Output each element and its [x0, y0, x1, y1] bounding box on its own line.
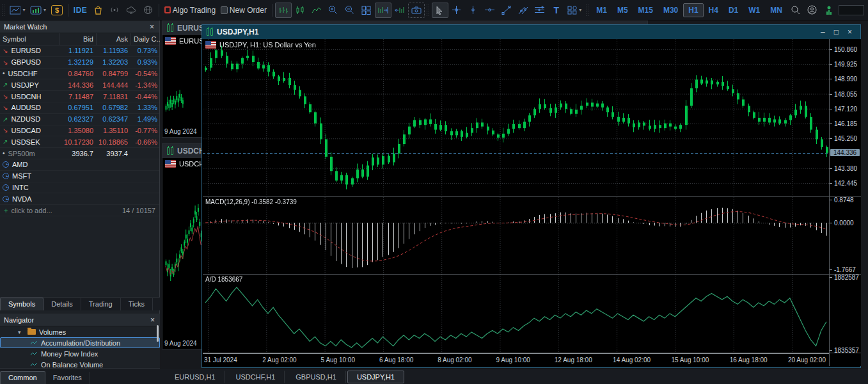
timeframe-m30[interactable]: M30 [658, 3, 683, 17]
macd-pane[interactable] [203, 197, 829, 274]
channel-tool-button[interactable] [515, 3, 532, 18]
market-watch-row-nzdusd[interactable]: ↗NZDUSD0.623270.623471.49% [0, 114, 159, 125]
crosshair-tool-button[interactable] [448, 3, 465, 18]
ad-pane[interactable] [203, 275, 829, 353]
market-watch-columns[interactable]: Symbol Bid Ask Daily C... [0, 33, 159, 45]
market-watch-row-intc[interactable]: INTC [0, 182, 159, 194]
timeframe-h4[interactable]: H4 [704, 3, 723, 17]
auto-scroll-button[interactable] [391, 3, 408, 18]
timeframe-d1[interactable]: D1 [723, 3, 743, 17]
timeframe-m1[interactable]: M1 [591, 3, 612, 17]
column-bid[interactable]: Bid [59, 33, 96, 45]
close-icon[interactable]: × [148, 23, 155, 31]
metaeditor-button[interactable]: IDE [71, 3, 90, 18]
horizontal-line-tool-button[interactable] [482, 3, 498, 18]
close-icon[interactable]: × [149, 316, 156, 324]
tab-favorites[interactable]: Favorites [45, 372, 90, 384]
bid-value: 144.336 [59, 81, 96, 89]
market-watch-row-audusd[interactable]: ↘AUDUSD0.679510.679821.33% [0, 102, 159, 114]
profiles-button[interactable]: ▾ [28, 3, 49, 18]
timeframe-m15[interactable]: M15 [633, 3, 658, 17]
navigator-scrollbar[interactable] [157, 325, 159, 342]
timeframe-w1[interactable]: W1 [743, 3, 765, 17]
chart-tab-usdjpy-h1[interactable]: USDJPY,H1 [347, 371, 404, 383]
vertical-line-tool-button[interactable] [465, 3, 482, 18]
line-chart-mode-button[interactable] [308, 3, 325, 18]
market-watch-row-amd[interactable]: AMD [0, 159, 159, 171]
market-watch-row-msft[interactable]: MSFT [0, 171, 159, 182]
market-watch-row-nvda[interactable]: NVDA [0, 193, 159, 205]
tab-ticks[interactable]: Ticks [121, 298, 153, 310]
trend-down-icon: ↘ [3, 59, 8, 66]
zoom-in-button[interactable] [325, 3, 342, 18]
price-chart[interactable] [203, 39, 829, 196]
market-watch-row-eurusd[interactable]: ↘EURUSD1.119211.119360.73% [0, 45, 159, 57]
chart-tab-usdchf-h1[interactable]: USDCHF,H1 [226, 371, 285, 383]
timeframe-h1[interactable]: H1 [683, 3, 703, 17]
search-button[interactable] [787, 3, 804, 18]
market-watch-row-usdjpy[interactable]: ↗USDJPY144.336144.444-1.34% [0, 79, 159, 91]
tab-symbols[interactable]: Symbols [0, 298, 43, 310]
zoom-out-button[interactable] [342, 3, 358, 18]
deposit-button[interactable]: $ [49, 3, 65, 18]
market-watch-row-gbpusd[interactable]: ↘GBPUSD1.321291.322030.93% [0, 57, 159, 68]
fibonacci-tool-button[interactable] [532, 3, 548, 18]
usdchf-mini-chart[interactable] [164, 163, 202, 337]
column-symbol[interactable]: Symbol [0, 35, 59, 43]
timeframe-mn[interactable]: MN [765, 3, 787, 17]
maximize-button[interactable]: □ [834, 28, 839, 36]
new-order-button[interactable]: New Order [218, 3, 269, 18]
chart-shift-button[interactable] [375, 3, 391, 18]
price-scale[interactable]: 150.860149.925148.990148.055147.120146.1… [829, 39, 861, 366]
cursor-tool-button[interactable] [432, 3, 448, 18]
new-chart-button[interactable]: ▾ [7, 3, 28, 18]
market-watch-row-usdcnh[interactable]: ↘USDCNH7.114877.11831-0.44% [0, 91, 159, 102]
navigator-item-accumulation-distribution[interactable]: Accumulation/Distribution [0, 337, 160, 348]
column-ask[interactable]: Ask [96, 33, 130, 45]
algo-trading-button[interactable]: Algo Trading [162, 3, 218, 18]
toolbar-search-input[interactable] [839, 5, 864, 15]
chevron-down-icon[interactable]: ▾ [18, 329, 24, 335]
toolbar-grip[interactable] [1, 3, 6, 17]
folder-icon [28, 329, 36, 335]
bid-value: 0.67951 [59, 104, 96, 111]
screenshot-button[interactable] [408, 3, 425, 18]
navigator-item-money-flow-index[interactable]: Money Flow Index [0, 348, 160, 359]
chart-tab-eurusd-h1[interactable]: EURUSD,H1 [165, 371, 225, 383]
market-button[interactable] [90, 3, 106, 18]
tile-windows-button[interactable] [358, 3, 375, 18]
market-watch-row-sp500m[interactable]: •SP500m3936.73937.4 [0, 148, 159, 159]
add-symbol-label: click to add... [11, 207, 52, 214]
signals-button[interactable] [106, 3, 123, 18]
daily-change-value: 0.73% [130, 47, 160, 54]
market-watch-row-usdsek[interactable]: ↗USDSEK10.1723010.18865-0.66% [0, 136, 159, 148]
market-watch-row-usdchf[interactable]: •USDCHF0.847600.84799-0.54% [0, 68, 159, 80]
usdjpy-chart-content: USDJPY, H1: US Dollar vs Yen MACD(12,26,… [203, 39, 861, 366]
account-button[interactable] [804, 3, 821, 18]
window-usdjpy-titlebar[interactable]: USDJPY,H1 – □ × [202, 25, 860, 39]
objects-tool-button[interactable]: ▾ [565, 3, 585, 18]
tab-common[interactable]: Common [0, 371, 45, 384]
tab-trading[interactable]: Trading [81, 298, 121, 310]
add-symbol-row[interactable]: +click to add... 14 / 10157 [0, 205, 159, 216]
tree-folder-volumes[interactable]: ▾ Volumes [0, 326, 160, 337]
toolbar-grip[interactable] [426, 3, 430, 17]
eurusd-mini-chart[interactable] [164, 38, 202, 127]
time-axis[interactable]: 31 Jul 20242 Aug 02:005 Aug 10:006 Aug 1… [203, 353, 829, 366]
candlestick-mode-button[interactable] [292, 3, 308, 18]
community-button[interactable] [139, 3, 156, 18]
chart-tab-gbpusd-h1[interactable]: GBPUSD,H1 [286, 371, 346, 383]
window-usdjpy[interactable]: USDJPY,H1 – □ × USDJPY, H1: US Dollar vs… [201, 24, 861, 368]
market-watch-row-usdcad[interactable]: ↘USDCAD1.350801.35110-0.77% [0, 125, 159, 137]
trendline-tool-button[interactable] [498, 3, 515, 18]
toolbar-grip[interactable] [585, 3, 590, 17]
timeframe-m5[interactable]: M5 [612, 3, 633, 17]
text-tool-button[interactable]: T [548, 3, 565, 18]
bar-chart-mode-button[interactable] [275, 3, 292, 18]
mql5-vps-button[interactable] [821, 3, 837, 18]
close-button[interactable]: × [848, 28, 852, 36]
vps-button[interactable] [123, 3, 139, 18]
minimize-button[interactable]: – [821, 28, 825, 36]
column-daily-change[interactable]: Daily C... [130, 33, 160, 45]
tab-details[interactable]: Details [43, 298, 81, 310]
